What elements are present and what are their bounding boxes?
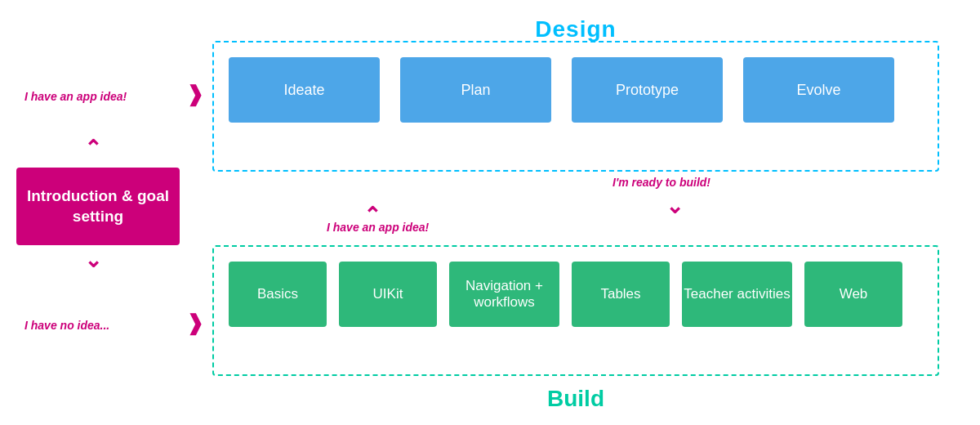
chevron-right-bottom-icon: ❱ (186, 311, 204, 336)
card-uikit[interactable]: UIKit (339, 262, 437, 327)
chevron-mid-up-icon: ⌃ (363, 204, 381, 226)
card-plan[interactable]: Plan (400, 57, 551, 123)
card-web[interactable]: Web (804, 262, 902, 327)
label-ready: I'm ready to build! (612, 176, 710, 189)
label-app-idea-top: I have an app idea! (24, 90, 127, 103)
card-teacher-activities[interactable]: Teacher activities (682, 262, 792, 327)
card-tables[interactable]: Tables (572, 262, 670, 327)
card-prototype[interactable]: Prototype (572, 57, 723, 123)
chevron-right-top-icon: ❱ (186, 82, 204, 107)
design-section-title: Design (212, 16, 939, 42)
label-no-idea: I have no idea... (24, 319, 109, 332)
chevron-up-icon: ⌃ (84, 137, 102, 159)
build-section-title: Build (212, 386, 939, 412)
card-basics[interactable]: Basics (229, 262, 327, 327)
chevron-down-icon: ⌃ (84, 248, 102, 270)
intro-box: Introduction & goal setting (16, 168, 180, 245)
card-evolve[interactable]: Evolve (743, 57, 894, 123)
card-ideate[interactable]: Ideate (229, 57, 380, 123)
intro-label: Introduction & goal setting (24, 186, 172, 226)
chevron-ready-down-icon: ⌃ (666, 195, 684, 216)
card-navigation[interactable]: Navigation + workflows (449, 262, 559, 327)
